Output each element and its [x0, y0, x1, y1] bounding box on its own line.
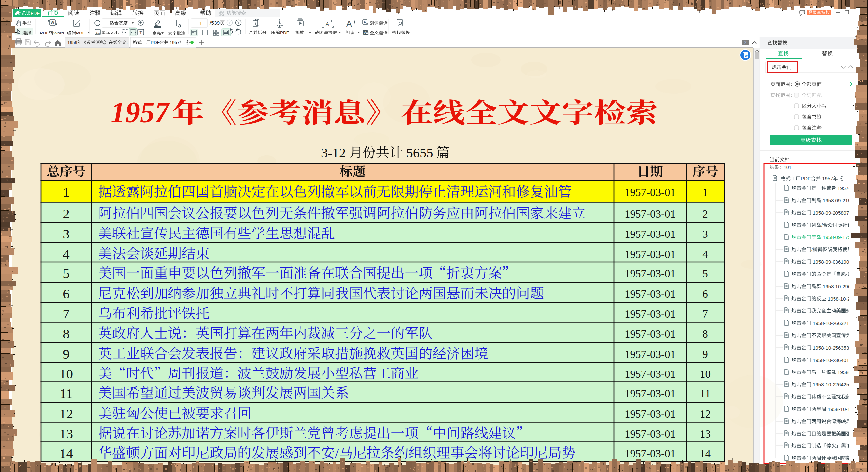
svg-text:12: 12 — [59, 406, 73, 421]
svg-text:7: 7 — [63, 306, 70, 321]
svg-text:1957-03-01: 1957-03-01 — [624, 448, 676, 460]
svg-text:1957: 1957 — [170, 40, 180, 45]
svg-text:2: 2 — [744, 40, 747, 45]
svg-text:PDF: PDF — [280, 30, 289, 35]
svg-text:5: 5 — [703, 268, 708, 280]
svg-text:1958-10-236401: 1958-10-236401 — [813, 357, 849, 363]
svg-text:4: 4 — [63, 247, 70, 262]
svg-text:/: / — [335, 446, 339, 461]
svg-text:1957-03-01: 1957-03-01 — [624, 408, 676, 420]
svg-text:w: w — [745, 54, 748, 58]
svg-text:1957-03-01: 1957-03-01 — [624, 328, 676, 340]
svg-text:1957: 1957 — [111, 96, 170, 128]
svg-text:11: 11 — [60, 386, 73, 401]
svg-text:A: A — [364, 20, 366, 24]
svg-text:13: 13 — [700, 428, 711, 440]
svg-text:10: 10 — [700, 368, 711, 380]
svg-text:12: 12 — [700, 408, 711, 420]
svg-text:101: 101 — [784, 164, 792, 170]
svg-text:1957-03-01: 1957-03-01 — [624, 288, 676, 300]
svg-text:1:1: 1:1 — [96, 31, 100, 34]
svg-text:9: 9 — [703, 348, 708, 360]
svg-text:1958-09-205807: 1958-09-205807 — [813, 210, 849, 216]
svg-text:11: 11 — [700, 388, 711, 400]
svg-text:7: 7 — [703, 308, 708, 320]
svg-text:1958-10-256353: 1958-10-256353 — [813, 345, 849, 351]
svg-text:1959: 1959 — [67, 40, 77, 45]
svg-text:...: ... — [843, 176, 847, 182]
svg-text:1958-09-036190: 1958-09-036190 — [813, 259, 849, 265]
svg-text:8: 8 — [703, 328, 708, 340]
svg-text:Word: Word — [53, 31, 64, 35]
svg-text:13: 13 — [59, 426, 73, 441]
svg-text:1: 1 — [199, 20, 202, 26]
svg-text:PDF: PDF — [76, 31, 85, 35]
svg-text:5655: 5655 — [406, 145, 433, 160]
svg-text:PDF: PDF — [40, 31, 49, 35]
svg-text:PDF: PDF — [151, 40, 159, 45]
svg-text:2: 2 — [703, 208, 708, 220]
svg-text:3-12: 3-12 — [321, 145, 346, 160]
svg-text:2: 2 — [63, 206, 70, 221]
svg-text:1957-03-01: 1957-03-01 — [624, 208, 676, 220]
svg-text:PDF: PDF — [801, 176, 811, 182]
svg-text:14: 14 — [59, 446, 73, 461]
svg-text:1957-03-01: 1957-03-01 — [624, 308, 676, 320]
svg-text:1957: 1957 — [822, 176, 833, 182]
svg-text:1957-03-01: 1957-03-01 — [624, 228, 676, 240]
svg-text:3: 3 — [703, 228, 708, 240]
svg-text:1: 1 — [63, 184, 70, 200]
svg-text:1957-03-01: 1957-03-01 — [624, 348, 676, 360]
svg-text:1957-03-01: 1957-03-01 — [624, 388, 676, 400]
svg-text:1958-10-226425: 1958-10-226425 — [813, 382, 849, 387]
svg-text:1: 1 — [703, 186, 708, 198]
svg-text:1957-03-01: 1957-03-01 — [624, 248, 676, 260]
svg-text:4: 4 — [703, 248, 708, 260]
svg-text:6: 6 — [63, 286, 70, 301]
svg-text:10: 10 — [59, 366, 73, 381]
svg-text:T: T — [140, 31, 142, 34]
svg-text:14: 14 — [700, 448, 711, 460]
svg-text:W: W — [51, 21, 54, 25]
svg-text:8: 8 — [63, 326, 70, 341]
svg-text:1957-03-01: 1957-03-01 — [624, 268, 676, 280]
svg-text:A: A — [326, 21, 329, 27]
svg-text:6: 6 — [703, 288, 708, 300]
svg-text:/539: /539 — [210, 20, 220, 26]
svg-text:1957-03-01: 1957-03-01 — [624, 186, 676, 198]
svg-text:1957-03-01: 1957-03-01 — [624, 428, 676, 440]
svg-text:1958-10-266321: 1958-10-266321 — [813, 320, 849, 326]
svg-text:3: 3 — [63, 226, 70, 242]
svg-text:5: 5 — [63, 266, 70, 281]
svg-text:A: A — [346, 19, 352, 28]
svg-text:9: 9 — [63, 346, 70, 361]
svg-text:1957-03-01: 1957-03-01 — [624, 368, 676, 380]
